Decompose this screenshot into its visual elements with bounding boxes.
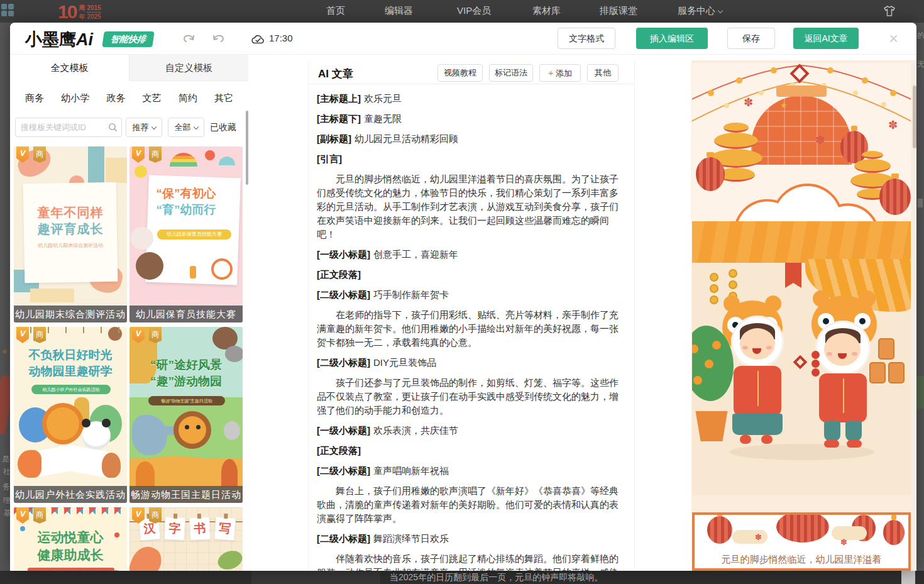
- template-title: 幼儿园保育员技能大赛: [129, 306, 243, 322]
- backdrop-right-sliver: 的 无: [916, 23, 924, 571]
- video-tutorial-button[interactable]: 视频教程: [437, 64, 483, 82]
- nav-editor[interactable]: 编辑器: [385, 5, 413, 17]
- star-icon: ★: [874, 157, 882, 167]
- category-business[interactable]: 商务: [25, 92, 44, 104]
- tab-full-templates[interactable]: 全文模板: [10, 55, 129, 81]
- close-icon[interactable]: ×: [889, 29, 898, 48]
- template-card[interactable]: “保”有初心 “育”幼而行 幼儿园新保育员技能大赛 V 商 幼儿园保育员技能大赛: [129, 146, 243, 322]
- background-article-line: 当2025年的日历翻到最后一页，元旦的钟声即将敲响。: [390, 572, 603, 583]
- backdrop-ribbon: [0, 375, 10, 434]
- article-block: [主标题下]童趣无限: [317, 112, 627, 126]
- template-card[interactable]: 运动悦童心 健康助成长 实验小学冬季运动会纪实 V 商: [14, 507, 127, 571]
- undo-icon[interactable]: [181, 31, 197, 45]
- panel-title: AI 文章: [318, 67, 353, 81]
- scope-dropdown[interactable]: 全部: [168, 118, 204, 137]
- favorites-link[interactable]: 已收藏: [210, 122, 236, 133]
- nav-course[interactable]: 排版课堂: [600, 5, 637, 17]
- anniversary-number: 10: [58, 1, 76, 23]
- ai-article-panel: AI 文章 视频教程 标记语法 +添加 其他 [主标题上]欢乐元旦 [主标题下]…: [308, 60, 635, 571]
- article-block: [二级小标题]舞蹈演绎节日欢乐: [317, 532, 627, 546]
- template-card[interactable]: 汉 字 书 写 V 商: [129, 507, 243, 571]
- category-government[interactable]: 政务: [106, 92, 125, 104]
- template-poster: 汉 字 书 写: [129, 507, 243, 571]
- dialog-header: 小墨鹰Ai 智能快排 17:30 文字格式 插入编辑区 保存 返回AI文章 ×: [10, 23, 916, 55]
- category-art[interactable]: 文艺: [143, 92, 162, 104]
- nav-service[interactable]: 服务中心: [678, 5, 722, 17]
- redo-icon[interactable]: [210, 31, 226, 45]
- chevron-down-icon: [718, 8, 723, 13]
- article-block: [引言]: [317, 152, 627, 166]
- insert-editor-button[interactable]: 插入编辑区: [636, 28, 708, 49]
- flower-icon: ✽: [840, 537, 847, 547]
- category-minimal[interactable]: 简约: [179, 92, 197, 104]
- article-paragraph: 舞台上，孩子们用稚嫩的歌声演唱了《新年好》《恭喜恭喜》等经典歌曲，清脆的童声传递…: [317, 484, 627, 526]
- mark-syntax-button[interactable]: 标记语法: [489, 64, 533, 82]
- backdrop-left-sliver: ★ 是 社 务 理 基: [0, 23, 10, 571]
- back-to-top-fragment: [901, 571, 915, 584]
- search-icon[interactable]: [108, 123, 118, 132]
- article-paragraph: 元旦的脚步悄然临近，幼儿园里洋溢着节日的喜庆氛围。为了让孩子们感受传统文化的魅力…: [317, 172, 627, 241]
- red-lantern: [707, 516, 732, 544]
- nav-home[interactable]: 首页: [326, 5, 345, 17]
- article-block: [主标题上]欢乐元旦: [317, 92, 627, 106]
- chinese-knot-icon: [793, 355, 808, 370]
- add-button[interactable]: +添加: [539, 64, 581, 82]
- chevron-down-icon: [193, 124, 198, 129]
- star-icon: ★: [780, 101, 788, 110]
- red-lantern: [883, 520, 905, 545]
- template-poster: 不负秋日好时光 动物园里趣研学 幼儿园小班户外社会实践活动: [14, 327, 127, 503]
- background-top-nav: 10 周 2015 年 2025 首页 编辑器 VIP会员 素材库 排版课堂 服…: [0, 0, 924, 23]
- tanghulu-icon: [811, 351, 820, 377]
- other-button[interactable]: 其他: [587, 64, 619, 82]
- template-title: 畅游动物王国主题日活动: [129, 486, 243, 503]
- layout-preview-panel[interactable]: ✽ ✽ ✽ ★ ★: [691, 60, 916, 571]
- autosave-time: 17:30: [269, 33, 293, 43]
- article-block: [二级小标题]童声唱响新年祝福: [317, 464, 627, 478]
- article-block: [二级小标题]DIY元旦装饰品: [317, 356, 627, 370]
- template-poster: 运动悦童心 健康助成长 实验小学冬季运动会纪实: [14, 507, 127, 571]
- background-bottom-bar: 当2025年的日历翻到最后一页，元旦的钟声即将敲响。: [0, 571, 924, 584]
- article-block: [正文段落]: [317, 444, 627, 458]
- category-kindergarten[interactable]: 幼小学: [61, 92, 89, 104]
- chevron-down-icon: [151, 124, 156, 129]
- template-card[interactable]: 不负秋日好时光 动物园里趣研学 幼儿园小班户外社会实践活动 V 商 幼儿园户外社…: [14, 327, 127, 503]
- search-input[interactable]: [21, 119, 109, 136]
- stage-floor: [692, 221, 911, 263]
- app-logo: 小墨鹰Ai: [25, 28, 93, 51]
- category-other[interactable]: 其它: [214, 92, 233, 104]
- preview-poster-cover: ✽ ✽ ✽ ★ ★: [692, 63, 911, 495]
- article-paragraph: 在老师的指导下，孩子们用彩纸、贴纸、亮片等材料，亲手制作了充满童趣的新年贺卡。他…: [317, 308, 627, 350]
- text-format-button[interactable]: 文字格式: [558, 28, 615, 49]
- preview-scrollbar[interactable]: [913, 85, 916, 148]
- template-title: 幼儿园期末综合测评活动: [14, 306, 127, 322]
- flower-icon: ✽: [744, 96, 753, 109]
- flower-pot: [693, 411, 730, 441]
- template-card[interactable]: 童年不同样 趣评育成长 幼儿园幼儿期末综合测评活动 V 商 幼儿园期末综合测评活…: [14, 146, 127, 322]
- article-block: [正文段落]: [317, 268, 627, 282]
- tab-custom-templates[interactable]: 自定义模板: [129, 55, 248, 81]
- preview-intro-text: 元旦的脚步悄然临近，幼儿园里洋溢着: [695, 554, 908, 566]
- article-content[interactable]: [主标题上]欢乐元旦 [主标题下]童趣无限 [副标题]幼儿园元旦活动精彩回顾 […: [317, 92, 627, 571]
- article-block: [二级小标题]巧手制作新年贺卡: [317, 288, 627, 302]
- template-poster: 童年不同样 趣评育成长 幼儿园幼儿期末综合测评活动: [14, 146, 127, 322]
- article-block: [一级小标题]创意手工，喜迎新年: [317, 248, 627, 262]
- sort-dropdown[interactable]: 推荐: [126, 118, 162, 137]
- red-lantern: [776, 512, 829, 543]
- clothes-icon[interactable]: [883, 4, 896, 18]
- gift-bag: [878, 338, 894, 360]
- flower-icon: ✽: [755, 532, 762, 542]
- article-paragraph: 伴随着欢快的音乐，孩子们跳起了精心排练的舞蹈。他们穿着鲜艳的服装，动作虽不专业却…: [317, 552, 627, 571]
- template-card[interactable]: “研”途好风景 “趣”游动物园 畅游“动物王国”主题日活动 V 商 畅游动物王国…: [129, 327, 243, 503]
- gift-bag: [888, 362, 905, 383]
- back-ai-article-button[interactable]: 返回AI文章: [793, 28, 859, 49]
- article-block: [一级小标题]欢乐表演，共庆佳节: [317, 424, 627, 438]
- plus-icon: +: [548, 67, 554, 78]
- nav-assets[interactable]: 素材库: [532, 5, 561, 17]
- article-paragraph: 孩子们还参与了元旦装饰品的制作，如剪纸、灯笼、福字等。这些作品不仅装点了教室，更…: [317, 376, 627, 417]
- anniversary-logo: 10 周 2015 年 2025: [58, 1, 101, 23]
- nav-vip[interactable]: VIP会员: [457, 5, 491, 17]
- sidebar-scrollbar[interactable]: [246, 111, 248, 185]
- smart-layout-badge: 智能快排: [102, 31, 155, 47]
- smart-layout-dialog: 小墨鹰Ai 智能快排 17:30 文字格式 插入编辑区 保存 返回AI文章 × …: [10, 23, 916, 571]
- save-button[interactable]: 保存: [727, 28, 775, 49]
